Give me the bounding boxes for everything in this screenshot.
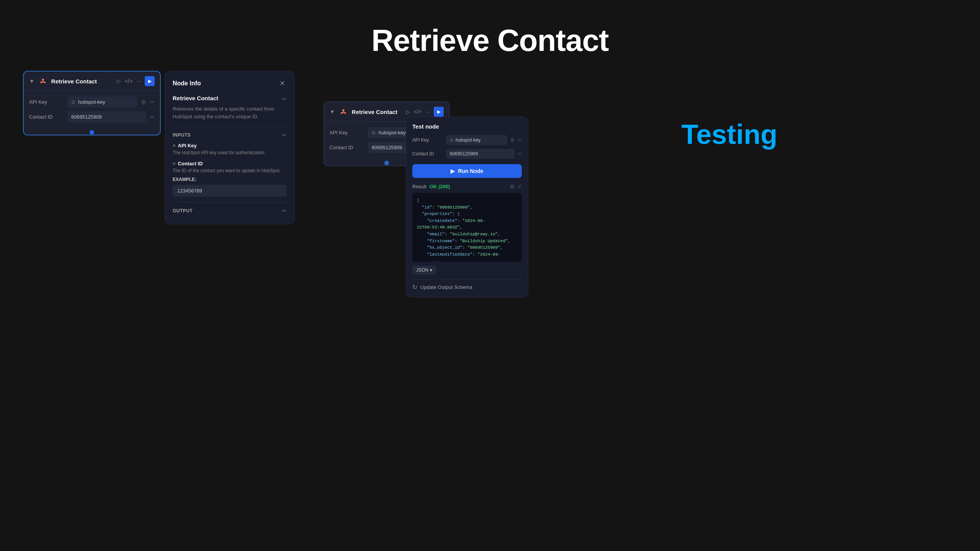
node-card-body: API Key ⊙ hubspot-key 🗑 ✏ Contact ID 606…	[24, 91, 160, 128]
test-api-key-edit-icon[interactable]: ✏	[518, 137, 522, 143]
test-panel: Test node API Key ⊙ hubspot-key 🗑 ✏ Cont…	[406, 117, 528, 297]
right-code-icon[interactable]: </>	[414, 109, 421, 115]
api-key-label: API Key	[29, 99, 64, 105]
right-key-icon: ⊙	[372, 130, 376, 135]
contact-id-edit-icon[interactable]: ✏	[150, 114, 155, 120]
right-api-key-label: API Key	[330, 130, 364, 135]
node-info-panel: Node Info ✕ Retrieve Contact ✏ Retrieves…	[165, 71, 295, 224]
section-title-row: Retrieve Contact ✏	[173, 95, 287, 103]
test-panel-title: Test node	[412, 123, 522, 130]
test-key-icon: ⊙	[450, 138, 453, 143]
inputs-title-row: INPUTS ✏	[173, 132, 287, 138]
json-format-chevron: ▾	[430, 267, 432, 273]
contact-id-input-desc: The ID of the contact you want to update…	[173, 168, 287, 174]
api-key-row: API Key ⊙ hubspot-key 🗑 ✏	[29, 96, 155, 108]
contact-id-input-item: ≡ Contact ID The ID of the contact you w…	[173, 161, 287, 197]
result-label: Result	[412, 184, 426, 189]
api-key-input-desc: The HubSpot API key used for authenticat…	[173, 150, 287, 156]
contact-id-value-box[interactable]: 60695125909	[67, 111, 146, 122]
test-contact-id-label: Contact ID	[412, 151, 443, 156]
run-icon: ▶	[148, 78, 152, 84]
right-contact-id-value: 60695125909	[372, 145, 402, 150]
json-format-button[interactable]: JSON ▾	[412, 266, 436, 275]
output-label: OUTPUT	[173, 208, 193, 214]
panel-header: Node Info ✕	[173, 79, 287, 88]
contact-id-row: Contact ID 60695125909 ✏	[29, 111, 155, 122]
right-node-connector	[384, 161, 389, 165]
inputs-section: ≡ API Key The HubSpot API key used for a…	[173, 143, 287, 197]
api-key-delete-icon[interactable]: 🗑	[141, 99, 146, 105]
result-json: { "id": "60695125909", "properties": { "…	[412, 193, 522, 262]
section-main-title: Retrieve Contact	[173, 95, 218, 101]
test-contact-id-edit-icon[interactable]: ✏	[518, 151, 522, 156]
right-header-icons: ▷ </> ··· ▶	[406, 107, 444, 117]
update-schema-icon: ↻	[412, 284, 417, 291]
update-schema-text[interactable]: Update Output Schema	[420, 284, 472, 290]
right-node-title: Retrieve Contact	[352, 109, 402, 115]
test-api-key-value: hubspot-key	[456, 137, 480, 143]
test-api-key-delete-icon[interactable]: 🗑	[510, 137, 515, 143]
test-contact-id-row: Contact ID 60695125909 ✏	[412, 149, 522, 159]
right-collapse-arrow-icon[interactable]: ▼	[330, 109, 335, 115]
run-node-label: Run Node	[458, 168, 483, 174]
right-run-icon-btn[interactable]: ▶	[434, 107, 444, 117]
inputs-edit-icon[interactable]: ✏	[282, 132, 287, 138]
collapse-arrow-icon[interactable]: ▼	[29, 78, 34, 84]
divider-1	[173, 126, 287, 127]
contact-id-label: Contact ID	[29, 114, 64, 120]
test-contact-id-value: 60695125909	[450, 151, 478, 156]
panel-title: Node Info	[173, 80, 201, 87]
dash-icon-1: ≡	[173, 143, 176, 148]
run-icon-btn[interactable]: ▶	[145, 76, 155, 86]
right-more-icon[interactable]: ···	[425, 109, 430, 115]
result-icons: ⧉ ⤢	[510, 183, 522, 190]
run-node-play-icon: ▶	[451, 168, 455, 174]
contact-id-input-label: Contact ID	[178, 161, 203, 166]
update-schema-row: ↻ Update Output Schema	[412, 279, 522, 291]
code-icon[interactable]: </>	[125, 78, 132, 84]
run-node-button[interactable]: ▶ Run Node	[412, 164, 522, 178]
api-key-value-box[interactable]: ⊙ hubspot-key	[67, 96, 137, 108]
copy-icon[interactable]: ⧉	[510, 183, 514, 190]
api-key-input-item: ≡ API Key The HubSpot API key used for a…	[173, 143, 287, 156]
result-status: OK (200)	[430, 184, 450, 189]
json-format-row: JSON ▾	[412, 266, 522, 275]
output-title-row: OUTPUT ✏	[173, 208, 287, 214]
right-hubspot-logo-icon	[339, 107, 348, 116]
example-value-box: 123456789	[173, 185, 287, 197]
right-play-icon[interactable]: ▷	[406, 109, 410, 115]
play-icon[interactable]: ▷	[117, 78, 121, 84]
section-desc: Retrieves the details of a specific cont…	[173, 105, 287, 120]
divider-2	[173, 202, 287, 202]
example-label: EXAMPLE:	[173, 177, 196, 182]
api-key-edit-icon[interactable]: ✏	[150, 99, 155, 105]
right-run-icon: ▶	[437, 109, 441, 114]
test-api-key-value-box[interactable]: ⊙ hubspot-key	[446, 135, 507, 145]
more-icon[interactable]: ···	[136, 78, 141, 84]
test-api-key-row: API Key ⊙ hubspot-key 🗑 ✏	[412, 135, 522, 145]
dash-icon-2: ≡	[173, 161, 176, 166]
testing-label: Testing	[681, 119, 777, 150]
contact-id-value: 60695125909	[71, 114, 102, 120]
section-title-edit-icon[interactable]: ✏	[282, 96, 287, 102]
api-key-input-title: ≡ API Key	[173, 143, 287, 148]
api-key-value: hubspot-key	[78, 99, 105, 105]
left-node-title: Retrieve Contact	[51, 78, 113, 85]
output-edit-icon[interactable]: ✏	[282, 208, 287, 214]
right-api-key-value: hubspot-key	[379, 130, 406, 135]
expand-icon[interactable]: ⤢	[517, 183, 522, 190]
hubspot-logo-icon	[38, 77, 47, 86]
json-format-label: JSON	[416, 267, 428, 273]
api-key-input-label: API Key	[178, 143, 197, 148]
node-card-header: ▼ Retrieve Contact ▷ </> ··· ▶	[24, 72, 160, 91]
contact-id-input-title: ≡ Contact ID	[173, 161, 287, 166]
inputs-label: INPUTS	[173, 132, 191, 138]
left-node-card: ▼ Retrieve Contact ▷ </> ··· ▶ API Key ⊙	[23, 71, 161, 135]
header-icons: ▷ </> ··· ▶	[117, 76, 155, 86]
key-icon: ⊙	[71, 99, 75, 105]
close-button[interactable]: ✕	[278, 79, 287, 88]
node-connector	[90, 130, 94, 135]
right-contact-id-label: Contact ID	[330, 145, 364, 150]
test-contact-id-value-box[interactable]: 60695125909	[446, 149, 515, 159]
result-row: Result OK (200) ⧉ ⤢	[412, 183, 522, 190]
